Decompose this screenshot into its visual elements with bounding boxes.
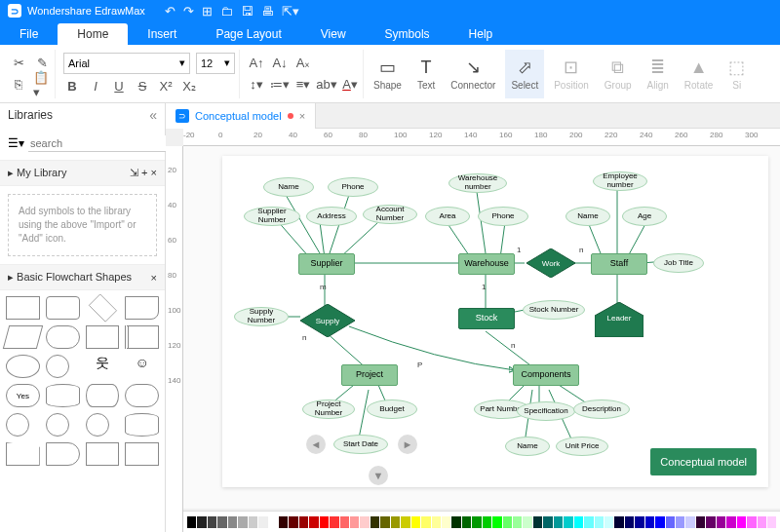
my-library-section[interactable]: ▸ My Library ⇲ + ×: [0, 160, 165, 186]
color-swatch[interactable]: [533, 516, 542, 528]
color-swatch[interactable]: [513, 516, 522, 528]
import-icon[interactable]: ⇲: [130, 167, 138, 178]
color-swatch[interactable]: [503, 516, 512, 528]
shape-sum[interactable]: [86, 413, 109, 437]
color-swatch[interactable]: [401, 516, 410, 528]
color-swatch[interactable]: [421, 516, 430, 528]
color-swatch[interactable]: [554, 516, 563, 528]
shape-pill[interactable]: [46, 325, 80, 349]
shape-card[interactable]: [86, 325, 120, 349]
color-swatch[interactable]: [411, 516, 420, 528]
color-swatch[interactable]: [340, 516, 349, 528]
attr-phone2[interactable]: Phone: [478, 207, 528, 226]
color-swatch[interactable]: [269, 516, 278, 528]
color-swatch[interactable]: [217, 516, 226, 528]
attr-name2[interactable]: Name: [566, 207, 610, 226]
color-swatch[interactable]: [309, 516, 318, 528]
color-swatch[interactable]: [228, 516, 237, 528]
open-icon[interactable]: 🗀: [220, 4, 233, 19]
attr-account-number[interactable]: Account Number: [363, 205, 417, 224]
redo-icon[interactable]: ↷: [183, 4, 194, 19]
font-color-icon[interactable]: A▾: [341, 76, 359, 94]
flowchart-shapes-section[interactable]: ▸ Basic Flowchart Shapes ×: [0, 264, 165, 290]
shape-or[interactable]: [46, 413, 69, 437]
shape-loop[interactable]: [125, 442, 159, 466]
connector-button[interactable]: ↘Connector: [445, 50, 501, 98]
color-swatch[interactable]: [747, 516, 756, 528]
tab-page-layout[interactable]: Page Layout: [196, 23, 300, 45]
canvas[interactable]: Name Phone Supplier Number Address Accou…: [183, 146, 780, 509]
nav-next-icon[interactable]: ►: [398, 435, 417, 454]
color-swatch[interactable]: [737, 516, 746, 528]
attr-specification[interactable]: Specification: [517, 401, 575, 421]
color-swatch[interactable]: [187, 516, 196, 528]
shape-conn[interactable]: [6, 413, 29, 437]
shape-display[interactable]: [86, 442, 120, 466]
select-button[interactable]: ⬀Select: [505, 50, 544, 98]
color-swatch[interactable]: [208, 516, 216, 528]
italic-icon[interactable]: I: [87, 78, 104, 95]
color-swatch[interactable]: [432, 516, 441, 528]
attr-area[interactable]: Area: [425, 207, 470, 226]
group-button[interactable]: ⧉Group: [599, 50, 638, 98]
undo-icon[interactable]: ↶: [165, 4, 176, 19]
save-icon[interactable]: 🖫: [241, 4, 254, 19]
entity-components[interactable]: Components: [513, 364, 579, 386]
close-section-icon[interactable]: ×: [151, 167, 157, 178]
line-spacing-icon[interactable]: ↕▾: [248, 76, 265, 94]
attr-supply-number[interactable]: Supply Number: [234, 307, 289, 326]
font-select[interactable]: Arial▾: [63, 53, 190, 74]
color-swatch[interactable]: [685, 516, 694, 528]
color-swatch[interactable]: [645, 516, 654, 528]
position-button[interactable]: ⊡Position: [548, 50, 595, 98]
entity-supplier[interactable]: Supplier: [298, 253, 355, 275]
attr-job-title[interactable]: Job Title: [653, 253, 704, 273]
color-swatch[interactable]: [350, 516, 359, 528]
tab-home[interactable]: Home: [58, 23, 128, 45]
tab-file[interactable]: File: [0, 23, 58, 45]
color-swatch[interactable]: [767, 516, 776, 528]
shape-cyl2[interactable]: [86, 384, 120, 407]
rel-work[interactable]: Work: [526, 248, 575, 278]
attr-stock-number[interactable]: Stock Number: [523, 300, 585, 320]
increase-font-icon[interactable]: A↑: [248, 55, 265, 72]
strike-icon[interactable]: S: [134, 78, 151, 95]
bold-icon[interactable]: B: [63, 78, 81, 95]
shape-button[interactable]: ▭Shape: [368, 50, 408, 98]
attr-unit-price[interactable]: Unit Price: [556, 437, 608, 456]
entity-leader[interactable]: Leader: [595, 302, 644, 337]
search-input[interactable]: [28, 135, 167, 152]
color-swatch[interactable]: [472, 516, 481, 528]
shape-actor2[interactable]: ☺: [125, 355, 159, 378]
text-button[interactable]: TText: [411, 50, 441, 98]
color-swatch[interactable]: [320, 516, 329, 528]
color-swatch[interactable]: [706, 516, 715, 528]
color-swatch[interactable]: [666, 516, 675, 528]
attr-start-date[interactable]: Start Date: [333, 435, 388, 454]
number-icon[interactable]: ≡▾: [294, 76, 312, 94]
attr-project-number[interactable]: Project Number: [302, 399, 355, 419]
nav-prev-icon[interactable]: ◄: [306, 435, 326, 454]
attr-age[interactable]: Age: [622, 207, 667, 226]
shape-actor[interactable]: 웃: [86, 355, 120, 378]
color-swatch[interactable]: [717, 516, 725, 528]
nav-down-icon[interactable]: ▼: [369, 466, 388, 485]
color-swatch[interactable]: [238, 516, 247, 528]
subscript-icon[interactable]: X₂: [180, 78, 198, 95]
attr-name3[interactable]: Name: [505, 437, 550, 456]
color-swatch[interactable]: [655, 516, 664, 528]
shape-doc[interactable]: [125, 296, 159, 320]
color-swatch[interactable]: [391, 516, 400, 528]
color-swatch[interactable]: [564, 516, 572, 528]
entity-warehouse[interactable]: Warehouse: [458, 253, 515, 275]
attr-address[interactable]: Address: [306, 207, 357, 226]
underline-icon[interactable]: U: [110, 78, 128, 95]
color-swatch[interactable]: [360, 516, 369, 528]
shape-rounded[interactable]: [46, 296, 80, 320]
color-swatch[interactable]: [584, 516, 593, 528]
color-swatch[interactable]: [614, 516, 623, 528]
diagram-title-badge[interactable]: Conceptual model: [650, 448, 757, 475]
attr-warehouse-number[interactable]: Warehouse number: [448, 173, 507, 193]
page[interactable]: Name Phone Supplier Number Address Accou…: [222, 156, 768, 487]
color-swatch[interactable]: [595, 516, 604, 528]
